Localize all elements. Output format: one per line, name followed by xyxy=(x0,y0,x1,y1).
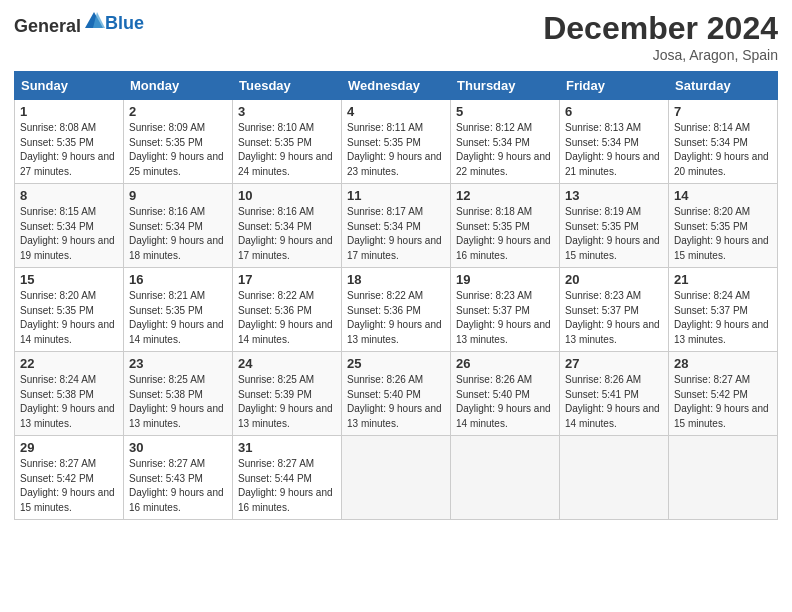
day-number: 28 xyxy=(674,356,772,371)
day-info: Sunrise: 8:22 AM Sunset: 5:36 PM Dayligh… xyxy=(238,289,336,347)
day-number: 26 xyxy=(456,356,554,371)
day-number: 23 xyxy=(129,356,227,371)
calendar-cell: 9Sunrise: 8:16 AM Sunset: 5:34 PM Daylig… xyxy=(124,184,233,268)
calendar-cell: 10Sunrise: 8:16 AM Sunset: 5:34 PM Dayli… xyxy=(233,184,342,268)
calendar-cell: 22Sunrise: 8:24 AM Sunset: 5:38 PM Dayli… xyxy=(15,352,124,436)
calendar-week-5: 29Sunrise: 8:27 AM Sunset: 5:42 PM Dayli… xyxy=(15,436,778,520)
calendar-cell: 11Sunrise: 8:17 AM Sunset: 5:34 PM Dayli… xyxy=(342,184,451,268)
day-number: 31 xyxy=(238,440,336,455)
day-info: Sunrise: 8:20 AM Sunset: 5:35 PM Dayligh… xyxy=(20,289,118,347)
day-number: 2 xyxy=(129,104,227,119)
day-info: Sunrise: 8:17 AM Sunset: 5:34 PM Dayligh… xyxy=(347,205,445,263)
day-number: 10 xyxy=(238,188,336,203)
day-number: 11 xyxy=(347,188,445,203)
location: Josa, Aragon, Spain xyxy=(543,47,778,63)
day-number: 17 xyxy=(238,272,336,287)
day-info: Sunrise: 8:23 AM Sunset: 5:37 PM Dayligh… xyxy=(565,289,663,347)
calendar-cell: 14Sunrise: 8:20 AM Sunset: 5:35 PM Dayli… xyxy=(669,184,778,268)
month-title: December 2024 xyxy=(543,10,778,47)
day-number: 3 xyxy=(238,104,336,119)
day-header-thursday: Thursday xyxy=(451,72,560,100)
calendar-week-3: 15Sunrise: 8:20 AM Sunset: 5:35 PM Dayli… xyxy=(15,268,778,352)
day-info: Sunrise: 8:10 AM Sunset: 5:35 PM Dayligh… xyxy=(238,121,336,179)
day-info: Sunrise: 8:26 AM Sunset: 5:40 PM Dayligh… xyxy=(456,373,554,431)
day-info: Sunrise: 8:15 AM Sunset: 5:34 PM Dayligh… xyxy=(20,205,118,263)
calendar-cell: 21Sunrise: 8:24 AM Sunset: 5:37 PM Dayli… xyxy=(669,268,778,352)
calendar-cell: 5Sunrise: 8:12 AM Sunset: 5:34 PM Daylig… xyxy=(451,100,560,184)
calendar-cell: 23Sunrise: 8:25 AM Sunset: 5:38 PM Dayli… xyxy=(124,352,233,436)
calendar-cell xyxy=(451,436,560,520)
logo-icon xyxy=(83,10,105,32)
calendar-week-4: 22Sunrise: 8:24 AM Sunset: 5:38 PM Dayli… xyxy=(15,352,778,436)
calendar-cell: 26Sunrise: 8:26 AM Sunset: 5:40 PM Dayli… xyxy=(451,352,560,436)
day-number: 29 xyxy=(20,440,118,455)
day-info: Sunrise: 8:13 AM Sunset: 5:34 PM Dayligh… xyxy=(565,121,663,179)
calendar-cell: 2Sunrise: 8:09 AM Sunset: 5:35 PM Daylig… xyxy=(124,100,233,184)
logo-blue: Blue xyxy=(105,13,144,34)
calendar-cell: 19Sunrise: 8:23 AM Sunset: 5:37 PM Dayli… xyxy=(451,268,560,352)
day-info: Sunrise: 8:18 AM Sunset: 5:35 PM Dayligh… xyxy=(456,205,554,263)
day-number: 21 xyxy=(674,272,772,287)
day-number: 9 xyxy=(129,188,227,203)
calendar-cell: 4Sunrise: 8:11 AM Sunset: 5:35 PM Daylig… xyxy=(342,100,451,184)
calendar-cell: 6Sunrise: 8:13 AM Sunset: 5:34 PM Daylig… xyxy=(560,100,669,184)
day-info: Sunrise: 8:11 AM Sunset: 5:35 PM Dayligh… xyxy=(347,121,445,179)
calendar-header-row: SundayMondayTuesdayWednesdayThursdayFrid… xyxy=(15,72,778,100)
calendar-cell: 25Sunrise: 8:26 AM Sunset: 5:40 PM Dayli… xyxy=(342,352,451,436)
day-number: 7 xyxy=(674,104,772,119)
day-info: Sunrise: 8:27 AM Sunset: 5:42 PM Dayligh… xyxy=(20,457,118,515)
calendar-cell: 31Sunrise: 8:27 AM Sunset: 5:44 PM Dayli… xyxy=(233,436,342,520)
calendar-cell: 1Sunrise: 8:08 AM Sunset: 5:35 PM Daylig… xyxy=(15,100,124,184)
day-header-monday: Monday xyxy=(124,72,233,100)
calendar-cell: 7Sunrise: 8:14 AM Sunset: 5:34 PM Daylig… xyxy=(669,100,778,184)
day-info: Sunrise: 8:12 AM Sunset: 5:34 PM Dayligh… xyxy=(456,121,554,179)
day-number: 5 xyxy=(456,104,554,119)
day-number: 25 xyxy=(347,356,445,371)
day-info: Sunrise: 8:26 AM Sunset: 5:40 PM Dayligh… xyxy=(347,373,445,431)
day-number: 30 xyxy=(129,440,227,455)
calendar-cell xyxy=(342,436,451,520)
day-info: Sunrise: 8:21 AM Sunset: 5:35 PM Dayligh… xyxy=(129,289,227,347)
day-info: Sunrise: 8:23 AM Sunset: 5:37 PM Dayligh… xyxy=(456,289,554,347)
day-info: Sunrise: 8:27 AM Sunset: 5:44 PM Dayligh… xyxy=(238,457,336,515)
day-header-saturday: Saturday xyxy=(669,72,778,100)
day-info: Sunrise: 8:24 AM Sunset: 5:38 PM Dayligh… xyxy=(20,373,118,431)
day-number: 12 xyxy=(456,188,554,203)
day-number: 27 xyxy=(565,356,663,371)
day-info: Sunrise: 8:16 AM Sunset: 5:34 PM Dayligh… xyxy=(238,205,336,263)
day-info: Sunrise: 8:22 AM Sunset: 5:36 PM Dayligh… xyxy=(347,289,445,347)
day-info: Sunrise: 8:19 AM Sunset: 5:35 PM Dayligh… xyxy=(565,205,663,263)
day-header-wednesday: Wednesday xyxy=(342,72,451,100)
day-info: Sunrise: 8:20 AM Sunset: 5:35 PM Dayligh… xyxy=(674,205,772,263)
calendar-cell: 13Sunrise: 8:19 AM Sunset: 5:35 PM Dayli… xyxy=(560,184,669,268)
day-number: 19 xyxy=(456,272,554,287)
day-number: 13 xyxy=(565,188,663,203)
day-info: Sunrise: 8:25 AM Sunset: 5:38 PM Dayligh… xyxy=(129,373,227,431)
calendar-cell: 12Sunrise: 8:18 AM Sunset: 5:35 PM Dayli… xyxy=(451,184,560,268)
day-number: 24 xyxy=(238,356,336,371)
day-info: Sunrise: 8:09 AM Sunset: 5:35 PM Dayligh… xyxy=(129,121,227,179)
calendar-cell: 16Sunrise: 8:21 AM Sunset: 5:35 PM Dayli… xyxy=(124,268,233,352)
calendar-cell: 20Sunrise: 8:23 AM Sunset: 5:37 PM Dayli… xyxy=(560,268,669,352)
day-header-friday: Friday xyxy=(560,72,669,100)
day-number: 15 xyxy=(20,272,118,287)
calendar-cell: 29Sunrise: 8:27 AM Sunset: 5:42 PM Dayli… xyxy=(15,436,124,520)
day-number: 18 xyxy=(347,272,445,287)
calendar-cell: 24Sunrise: 8:25 AM Sunset: 5:39 PM Dayli… xyxy=(233,352,342,436)
calendar-week-2: 8Sunrise: 8:15 AM Sunset: 5:34 PM Daylig… xyxy=(15,184,778,268)
day-number: 8 xyxy=(20,188,118,203)
calendar-body: 1Sunrise: 8:08 AM Sunset: 5:35 PM Daylig… xyxy=(15,100,778,520)
calendar-cell: 8Sunrise: 8:15 AM Sunset: 5:34 PM Daylig… xyxy=(15,184,124,268)
calendar-cell xyxy=(560,436,669,520)
day-number: 6 xyxy=(565,104,663,119)
calendar-cell: 28Sunrise: 8:27 AM Sunset: 5:42 PM Dayli… xyxy=(669,352,778,436)
logo-general: General xyxy=(14,16,81,36)
logo: General Blue xyxy=(14,10,144,37)
calendar-cell: 3Sunrise: 8:10 AM Sunset: 5:35 PM Daylig… xyxy=(233,100,342,184)
calendar-week-1: 1Sunrise: 8:08 AM Sunset: 5:35 PM Daylig… xyxy=(15,100,778,184)
day-number: 4 xyxy=(347,104,445,119)
logo-text: General xyxy=(14,10,105,37)
calendar-cell: 27Sunrise: 8:26 AM Sunset: 5:41 PM Dayli… xyxy=(560,352,669,436)
day-info: Sunrise: 8:27 AM Sunset: 5:42 PM Dayligh… xyxy=(674,373,772,431)
header: General Blue December 2024 Josa, Aragon,… xyxy=(14,10,778,63)
